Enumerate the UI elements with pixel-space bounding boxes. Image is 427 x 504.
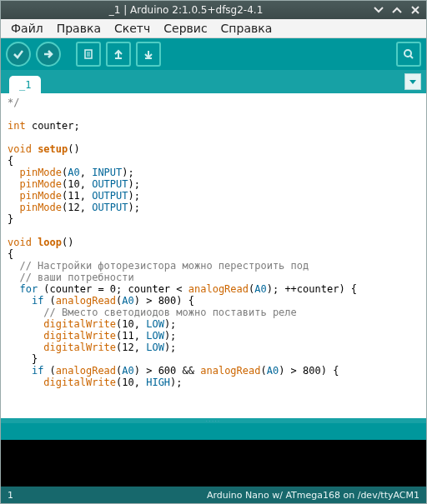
status-line-number: 1: [8, 490, 13, 501]
new-button[interactable]: [76, 42, 101, 67]
toolbar: [1, 38, 426, 70]
menu-tools[interactable]: Сервис: [157, 20, 214, 37]
window-maximize-button[interactable]: [389, 3, 404, 17]
verify-button[interactable]: [6, 42, 31, 67]
menubar: Файл Правка Скетч Сервис Справка: [1, 19, 426, 38]
arrow-down-icon: [143, 48, 154, 60]
titlebar: _1 | Arduino 2:1.0.5+dfsg2-4.1: [1, 1, 426, 19]
triangle-down-icon: [409, 77, 417, 86]
menu-edit[interactable]: Правка: [50, 20, 108, 37]
arrow-right-icon: [43, 48, 54, 60]
open-button[interactable]: [106, 42, 131, 67]
svg-line-7: [410, 56, 413, 58]
menu-file[interactable]: Файл: [4, 20, 50, 37]
status-board-info: Arduino Nano w/ ATmega168 on /dev/ttyACM…: [207, 490, 419, 501]
save-button[interactable]: [136, 42, 161, 67]
tab-row: _1: [1, 70, 426, 93]
chevron-up-icon: [392, 5, 402, 15]
app-window: _1 | Arduino 2:1.0.5+dfsg2-4.1 Файл Прав…: [0, 0, 427, 504]
check-icon: [13, 48, 24, 60]
console-output[interactable]: [1, 440, 426, 487]
message-bar: [1, 423, 426, 440]
file-icon: [83, 48, 94, 60]
editor-wrap: */ int counter; void setup() { pinMode(A…: [1, 93, 426, 418]
upload-button[interactable]: [36, 42, 61, 67]
menu-sketch[interactable]: Скетч: [108, 20, 157, 37]
arrow-up-icon: [113, 48, 124, 60]
magnifier-icon: [403, 48, 414, 60]
window-close-button[interactable]: [408, 3, 423, 17]
tab-current[interactable]: _1: [9, 76, 41, 93]
menu-help[interactable]: Справка: [214, 20, 279, 37]
window-minimize-button[interactable]: [371, 3, 386, 17]
statusbar: 1 Arduino Nano w/ ATmega168 on /dev/ttyA…: [1, 487, 426, 503]
chevron-down-icon: [374, 5, 384, 15]
code-editor[interactable]: */ int counter; void setup() { pinMode(A…: [1, 93, 426, 418]
svg-point-6: [404, 50, 411, 57]
window-title: _1 | Arduino 2:1.0.5+dfsg2-4.1: [4, 4, 368, 16]
tab-menu-button[interactable]: [404, 73, 421, 90]
serial-monitor-button[interactable]: [396, 42, 421, 67]
close-icon: [410, 5, 420, 15]
